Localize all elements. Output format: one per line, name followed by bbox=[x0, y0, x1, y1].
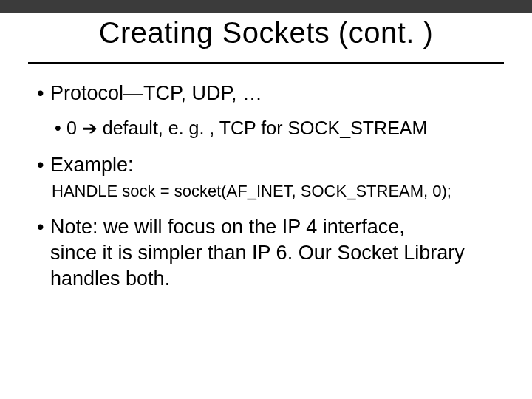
bullet-protocol: •Protocol—TCP, UDP, … bbox=[37, 81, 502, 106]
note-text-line1: we will focus on the IP 4 interface, bbox=[98, 216, 405, 238]
bullet-dot-icon: • bbox=[37, 153, 50, 178]
slide: Creating Sockets (cont. ) •Protocol—TCP,… bbox=[0, 0, 532, 399]
sub-bullet-zero-text: default, e. g. , TCP for SOCK_STREAM bbox=[98, 117, 427, 138]
bullet-note: •Note: we will focus on the IP 4 interfa… bbox=[37, 214, 502, 292]
slide-title: Creating Sockets (cont. ) bbox=[0, 16, 532, 50]
note-label: Note: bbox=[50, 216, 98, 238]
sub-bullet-zero-num: 0 bbox=[66, 117, 77, 138]
example-code: HANDLE sock = socket(AF_INET, SOCK_STREA… bbox=[52, 181, 502, 202]
arrow-right-icon: ➔ bbox=[82, 117, 98, 138]
sub-bullet-zero: •0 ➔ default, e. g. , TCP for SOCK_STREA… bbox=[55, 117, 502, 140]
bullet-dot-icon: • bbox=[37, 214, 50, 240]
bullet-dot-icon: • bbox=[55, 117, 66, 140]
bullet-protocol-text: Protocol—TCP, UDP, … bbox=[50, 82, 262, 104]
title-underline bbox=[28, 62, 504, 64]
bullet-dot-icon: • bbox=[37, 81, 50, 106]
note-text-rest: since it is simpler than IP 6. Our Socke… bbox=[50, 240, 502, 292]
bullet-example: •Example: bbox=[37, 153, 502, 178]
top-bar bbox=[0, 0, 532, 13]
bullet-example-text: Example: bbox=[50, 154, 134, 176]
slide-body: •Protocol—TCP, UDP, … •0 ➔ default, e. g… bbox=[37, 81, 502, 293]
